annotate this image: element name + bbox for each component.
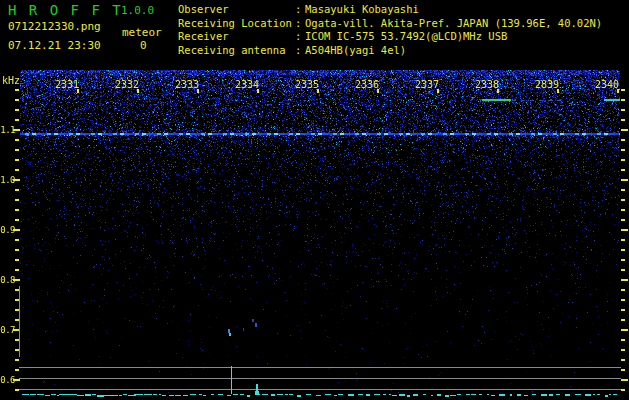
freq-tick-minor bbox=[15, 369, 19, 371]
level-axis-vertical-line bbox=[19, 286, 20, 357]
freq-tick-major bbox=[621, 329, 628, 331]
echo-trace-green bbox=[482, 99, 511, 101]
freq-tick-minor bbox=[621, 389, 625, 391]
info-row-antenna: Receiving antenna : A504HB(yagi 4el) bbox=[178, 44, 628, 58]
info-label: Receiving antenna bbox=[178, 44, 295, 58]
freq-tick-minor bbox=[621, 309, 625, 311]
freq-tick-minor bbox=[621, 219, 625, 221]
freq-tick-minor bbox=[15, 249, 19, 251]
info-label: Receiving Location bbox=[178, 17, 295, 31]
meteor-echo-speck bbox=[255, 323, 257, 327]
level-gridline bbox=[19, 367, 621, 368]
freq-tick-minor bbox=[621, 269, 625, 271]
freq-tick-minor bbox=[15, 139, 19, 141]
app-title: H R O F F T bbox=[8, 3, 123, 17]
freq-tick-major bbox=[621, 229, 628, 231]
freq-tick-minor bbox=[621, 209, 625, 211]
info-value: A504HB(yagi 4el) bbox=[305, 44, 406, 58]
freq-tick-major bbox=[13, 379, 20, 381]
meteor-echo-speck bbox=[252, 319, 254, 322]
freq-tick-minor bbox=[15, 199, 19, 201]
filename: 0712212330.png bbox=[8, 21, 101, 32]
time-tick-label: 2332 bbox=[115, 80, 139, 90]
meteor-echo-speck bbox=[243, 328, 244, 331]
meteor-echo-speck bbox=[229, 333, 231, 336]
freq-tick-major bbox=[13, 179, 20, 181]
time-tick bbox=[557, 89, 559, 93]
freq-tick-minor bbox=[621, 359, 625, 361]
time-tick-label: 2336 bbox=[355, 80, 379, 90]
app-version: 1.0.0 bbox=[121, 5, 154, 16]
freq-tick-minor bbox=[15, 159, 19, 161]
time-tick-label: 2839 bbox=[535, 80, 559, 90]
freq-tick-minor bbox=[621, 289, 625, 291]
freq-tick-minor bbox=[621, 319, 625, 321]
time-tick bbox=[257, 89, 259, 93]
freq-tick-minor bbox=[621, 159, 625, 161]
freq-tick-minor bbox=[15, 89, 19, 91]
freq-tick-minor bbox=[621, 119, 625, 121]
freq-tick-minor bbox=[621, 109, 625, 111]
time-tick bbox=[77, 89, 79, 93]
freq-tick-minor bbox=[621, 189, 625, 191]
info-label: Receiver bbox=[178, 30, 295, 44]
freq-tick-major bbox=[621, 379, 628, 381]
freq-tick-minor bbox=[621, 89, 625, 91]
info-separator: : bbox=[295, 30, 305, 44]
spectrogram-canvas bbox=[20, 70, 620, 400]
info-value: Masayuki Kobayashi bbox=[305, 3, 419, 17]
time-tick-label: 2335 bbox=[295, 80, 319, 90]
freq-tick-minor bbox=[15, 169, 19, 171]
freq-tick-major bbox=[621, 279, 628, 281]
freq-tick-minor bbox=[15, 219, 19, 221]
freq-tick-minor bbox=[621, 169, 625, 171]
freq-tick-minor bbox=[621, 369, 625, 371]
freq-tick-minor bbox=[621, 99, 625, 101]
time-tick bbox=[617, 89, 619, 93]
freq-tick-minor bbox=[621, 199, 625, 201]
freq-tick-major bbox=[13, 129, 20, 131]
info-separator: : bbox=[295, 3, 305, 17]
level-spike bbox=[255, 391, 259, 395]
freq-tick-minor bbox=[621, 249, 625, 251]
freq-tick-minor bbox=[621, 139, 625, 141]
info-value: Ogata-vill. Akita-Pref. JAPAN (139.96E, … bbox=[305, 17, 602, 31]
mode-label: meteor bbox=[122, 27, 162, 38]
info-row-observer: Observer : Masayuki Kobayashi bbox=[178, 3, 628, 17]
time-tick-label: 2337 bbox=[415, 80, 439, 90]
carrier-line bbox=[20, 133, 620, 135]
info-row-location: Receiving Location : Ogata-vill. Akita-P… bbox=[178, 17, 628, 31]
observer-info: Observer : Masayuki Kobayashi Receiving … bbox=[178, 3, 628, 57]
freq-tick-minor bbox=[15, 259, 19, 261]
info-row-receiver: Receiver : ICOM IC-575 53.7492(@LCD)MHz … bbox=[178, 30, 628, 44]
time-tick bbox=[137, 89, 139, 93]
hrofft-screen: H R O F F T 1.0.0 0712212330.png meteor … bbox=[0, 0, 629, 400]
freq-tick-minor bbox=[15, 209, 19, 211]
freq-tick-minor bbox=[621, 349, 625, 351]
freq-tick-major bbox=[621, 179, 628, 181]
freq-tick-minor bbox=[621, 259, 625, 261]
time-tick bbox=[317, 89, 319, 93]
time-tick bbox=[497, 89, 499, 93]
datetime: 07.12.21 23:30 bbox=[8, 40, 101, 51]
level-gridline bbox=[19, 389, 621, 390]
meteor-count: 0 bbox=[140, 40, 147, 51]
info-separator: : bbox=[295, 44, 305, 58]
time-tick-label: 2334 bbox=[235, 80, 259, 90]
level-spike bbox=[231, 366, 232, 394]
freq-tick-minor bbox=[621, 239, 625, 241]
khz-axis-label: kHz bbox=[2, 76, 20, 86]
time-tick-label: 2331 bbox=[55, 80, 79, 90]
time-tick-label: 2340 bbox=[595, 80, 619, 90]
info-label: Observer bbox=[178, 3, 295, 17]
echo-trace-faint-blue bbox=[512, 100, 562, 101]
freq-tick-minor bbox=[15, 269, 19, 271]
time-tick-label: 2338 bbox=[475, 80, 499, 90]
time-tick-label: 2333 bbox=[175, 80, 199, 90]
time-tick bbox=[437, 89, 439, 93]
level-gridline bbox=[19, 378, 621, 379]
freq-tick-minor bbox=[15, 109, 19, 111]
freq-tick-minor bbox=[15, 149, 19, 151]
time-tick bbox=[377, 89, 379, 93]
freq-tick-major bbox=[13, 229, 20, 231]
